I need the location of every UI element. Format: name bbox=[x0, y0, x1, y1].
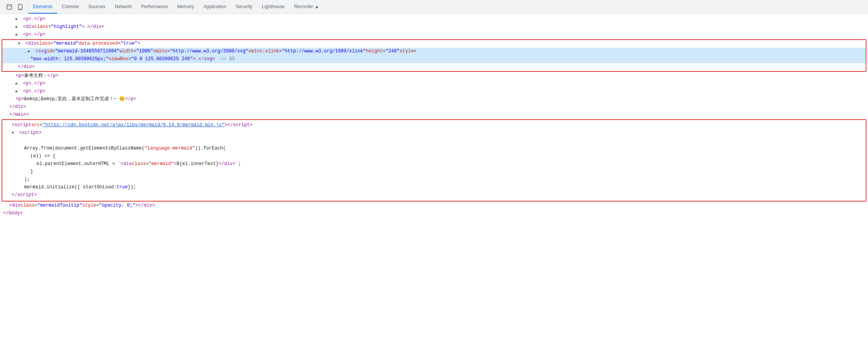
dom-line-body-close: </body> bbox=[0, 210, 868, 217]
expand-arrow[interactable] bbox=[18, 41, 23, 47]
dom-line-code1: Array.from(document.getElementsByClassNa… bbox=[2, 145, 866, 153]
tab-recorder[interactable]: Recorder ▲ bbox=[289, 0, 324, 14]
dom-line-emsp: <p>&emsp;&emsp;至此，基本定制工作完成！~ 😊</p> bbox=[0, 96, 868, 103]
dom-line-code4: } bbox=[2, 168, 866, 176]
expand-arrow[interactable] bbox=[28, 49, 33, 55]
tab-performance[interactable]: Performance bbox=[136, 0, 173, 14]
tab-lighthouse[interactable]: Lighthouse bbox=[257, 0, 289, 14]
dom-line-tooltip: <div class="mermaidTooltip" style="opaci… bbox=[0, 202, 868, 210]
devtools-tab-bar: Elements Console Sources Network Perform… bbox=[0, 0, 868, 14]
tab-elements[interactable]: Elements bbox=[28, 0, 57, 14]
tab-memory[interactable]: Memory bbox=[173, 0, 199, 14]
tab-sources[interactable]: Sources bbox=[84, 0, 110, 14]
dom-line-svg-cont: "max-width: 125.00390625px;" viewBox="0 … bbox=[2, 56, 866, 63]
dom-line-mermaid-close: </div> bbox=[2, 63, 866, 71]
toolbar-icons bbox=[2, 0, 28, 14]
dom-line-svg: … <svg id="mermaid-1648559711084" width=… bbox=[2, 48, 866, 56]
dom-line-code5: ); bbox=[2, 176, 866, 184]
dom-line-script-close: </script> bbox=[2, 191, 866, 199]
tab-network[interactable]: Network bbox=[110, 0, 136, 14]
expand-arrow[interactable] bbox=[16, 32, 20, 38]
expand-arrow[interactable] bbox=[16, 16, 20, 23]
dom-line-code3: el.parentElement.outerHTML = `<div class… bbox=[2, 160, 866, 168]
expand-arrow[interactable] bbox=[16, 81, 20, 87]
dom-line-script-src: <script src="https://cdn.bootcdn.net/aja… bbox=[2, 122, 866, 129]
red-box-script: <script src="https://cdn.bootcdn.net/aja… bbox=[2, 119, 866, 202]
dom-line: <div class="highlight">…</div> bbox=[0, 23, 868, 31]
tab-security[interactable]: Security bbox=[231, 0, 257, 14]
dom-line-code2: (el) => { bbox=[2, 153, 866, 160]
dom-line-script-open: <script> bbox=[2, 129, 866, 137]
select-element-icon[interactable] bbox=[5, 2, 14, 12]
elements-panel: <p>…</p> <div class="highlight">…</div> … bbox=[0, 14, 868, 341]
red-box-mermaid: <div class="mermaid" data-processed="tru… bbox=[2, 39, 866, 72]
tab-console[interactable]: Console bbox=[57, 0, 84, 14]
expand-arrow[interactable] bbox=[12, 130, 16, 136]
tab-list: Elements Console Sources Network Perform… bbox=[28, 0, 324, 14]
dom-line: <p>…</p> bbox=[0, 31, 868, 39]
expand-arrow[interactable] bbox=[16, 89, 20, 95]
dom-line: <p>…</p> bbox=[0, 80, 868, 88]
dom-line-mermaid-open: <div class="mermaid" data-processed="tru… bbox=[2, 40, 866, 48]
dom-line-empty bbox=[2, 137, 866, 145]
dom-line: <p>…</p> bbox=[0, 16, 868, 23]
dom-line: <p>…</p> bbox=[0, 88, 868, 96]
svg-rect-0 bbox=[7, 5, 12, 9]
tab-application[interactable]: Application bbox=[199, 0, 231, 14]
dom-line-div-close: </div> bbox=[0, 103, 868, 111]
dom-line-main-close: </main> bbox=[0, 111, 868, 119]
expand-arrow[interactable] bbox=[16, 24, 20, 30]
dom-line-p-ref: <p>参考文档：</p> bbox=[0, 72, 868, 80]
dom-line-code6: mermaid.initialize({ startOnLoad: true }… bbox=[2, 184, 866, 191]
device-toolbar-icon[interactable] bbox=[16, 2, 25, 12]
